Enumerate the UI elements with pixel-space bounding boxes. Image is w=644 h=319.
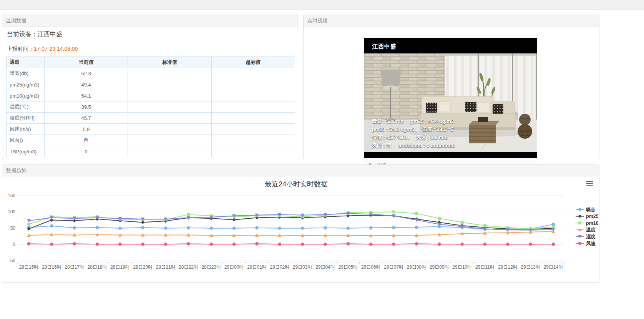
data-point-marker bbox=[255, 226, 259, 230]
data-point-marker bbox=[578, 214, 581, 218]
report-time-line: 上报时间：17-07-29 14:08:00 bbox=[6, 42, 295, 55]
x-axis-label: 29日05时 bbox=[339, 264, 358, 270]
data-point-marker bbox=[415, 242, 418, 246]
data-point-marker bbox=[232, 243, 236, 246]
data-point-marker bbox=[27, 223, 30, 226]
data-point-marker bbox=[278, 226, 282, 230]
data-point-marker bbox=[392, 211, 395, 214]
legend-item-2[interactable]: pm10 bbox=[576, 221, 598, 226]
report-time-value: 17-07-29 14:08:00 bbox=[34, 46, 78, 52]
data-point-marker bbox=[324, 243, 327, 246]
value-cell: 39.5 bbox=[45, 101, 128, 113]
data-point-marker bbox=[552, 243, 555, 246]
channel-cell: 温度(℃) bbox=[7, 101, 45, 113]
x-axis-label: 29日11时 bbox=[475, 264, 495, 270]
x-axis-label: 29日14时 bbox=[544, 264, 563, 270]
data-point-marker bbox=[578, 242, 582, 245]
series-温度 bbox=[27, 230, 555, 238]
chart-export-menu-icon[interactable] bbox=[586, 181, 593, 187]
x-axis-label: 28日20时 bbox=[133, 264, 153, 270]
channel-cell: 噪音(db) bbox=[7, 68, 45, 79]
column-header: 当前值 bbox=[45, 57, 128, 68]
data-point-marker bbox=[232, 218, 236, 221]
data-point-marker bbox=[460, 243, 464, 246]
x-axis-label: 29日03时 bbox=[293, 264, 312, 270]
data-point-marker bbox=[347, 226, 350, 230]
series-湿度 bbox=[27, 212, 555, 232]
data-point-marker bbox=[578, 221, 581, 224]
value-cell: 45.7 bbox=[45, 113, 128, 124]
channel-cell: 风速(m/s) bbox=[7, 124, 45, 135]
y-axis-label: 0 bbox=[13, 242, 15, 247]
data-point-marker bbox=[96, 243, 99, 246]
legend-item-3[interactable]: 温度 bbox=[576, 227, 596, 233]
y-axis-label: 100 bbox=[8, 209, 15, 214]
data-point-marker bbox=[369, 243, 373, 246]
legend-item-1[interactable]: pm25 bbox=[576, 214, 598, 219]
value-cell: 49.4 bbox=[45, 79, 128, 90]
series-line bbox=[29, 215, 553, 229]
legend-label: 温度 bbox=[586, 227, 596, 233]
data-point-marker bbox=[210, 226, 213, 230]
data-point-marker bbox=[506, 243, 510, 246]
value-cell bbox=[128, 101, 211, 113]
x-axis-label: 28日17时 bbox=[65, 264, 84, 270]
data-point-marker bbox=[73, 242, 76, 246]
x-axis-label: 28日18时 bbox=[88, 264, 107, 270]
data-point-marker bbox=[438, 243, 441, 246]
x-axis-label: 29日09时 bbox=[430, 264, 449, 270]
value-cell bbox=[211, 135, 295, 146]
trend-chart-svg: 最近24小时实时数据150100500-5028日15时28日16时28日17时… bbox=[2, 176, 598, 283]
legend-item-4[interactable]: 湿度 bbox=[576, 234, 596, 239]
legend-label: 湿度 bbox=[586, 234, 596, 239]
data-point-marker bbox=[141, 226, 144, 229]
data-point-marker bbox=[415, 212, 418, 215]
data-point-marker bbox=[210, 243, 213, 246]
x-axis-label: 29日06时 bbox=[361, 264, 381, 270]
series-line bbox=[29, 244, 553, 244]
current-device-label: 当前设备： bbox=[7, 31, 38, 37]
channel-cell: 风向() bbox=[7, 135, 45, 146]
data-point-marker bbox=[392, 243, 395, 246]
data-point-marker bbox=[73, 226, 76, 230]
value-cell bbox=[211, 79, 295, 90]
legend-label: 风速 bbox=[586, 241, 596, 246]
value-cell: 52.3 bbox=[45, 68, 128, 79]
value-cell bbox=[128, 90, 211, 101]
value-cell: 0.8 bbox=[45, 124, 128, 135]
legend-item-0[interactable]: 噪音 bbox=[576, 207, 596, 213]
data-point-marker bbox=[483, 243, 487, 246]
sensor-overlay-line: 风向 : 西 undefined : 0 undefined bbox=[372, 141, 455, 150]
trend-panel-title: 数据趋势 bbox=[6, 168, 26, 173]
top-bar bbox=[0, 0, 644, 10]
table-row: 噪音(db)52.3 bbox=[7, 68, 295, 79]
video-panel: 实时视频 江西中盛 bbox=[303, 15, 599, 159]
data-point-marker bbox=[232, 226, 236, 230]
data-point-marker bbox=[278, 243, 282, 246]
value-cell bbox=[211, 101, 295, 113]
data-point-marker bbox=[118, 243, 122, 246]
channel-cell: pm25(ug/m3) bbox=[7, 79, 45, 90]
sensor-overlay-line: pm10 : 54.1 ug/m3 温度 : 39.5 ℃ bbox=[372, 125, 455, 133]
channel-cell: TSP(ug/m3) bbox=[7, 146, 45, 157]
data-point-marker bbox=[118, 226, 122, 230]
report-time-label: 上报时间： bbox=[7, 46, 34, 52]
series-pm10 bbox=[27, 211, 555, 231]
video-title-overlay: 江西中盛 bbox=[372, 43, 397, 50]
table-row: TSP(ug/m3)0 bbox=[7, 146, 295, 157]
x-axis-label: 28日16时 bbox=[42, 264, 61, 270]
legend-item-5[interactable]: 风速 bbox=[576, 241, 596, 246]
video-sensor-overlay: 噪音 : 52.3 db pm25 : 49.4 ug/m3pm10 : 54.… bbox=[372, 117, 455, 150]
sensor-overlay-line: 噪音 : 52.3 db pm25 : 49.4 ug/m3 bbox=[372, 117, 455, 125]
series-line bbox=[29, 232, 553, 236]
x-axis-label: 29日10时 bbox=[452, 264, 472, 270]
data-point-marker bbox=[392, 226, 395, 229]
table-row: 风速(m/s)0.8 bbox=[7, 124, 295, 135]
table-row: 温度(℃)39.5 bbox=[7, 101, 295, 113]
chart-title: 最近24小时实时数据 bbox=[265, 180, 328, 188]
value-cell bbox=[211, 124, 295, 135]
value-cell bbox=[128, 68, 211, 79]
value-cell bbox=[211, 146, 295, 157]
x-axis-label: 28日19时 bbox=[110, 264, 130, 270]
video-player[interactable]: 江西中盛 bbox=[364, 38, 537, 158]
